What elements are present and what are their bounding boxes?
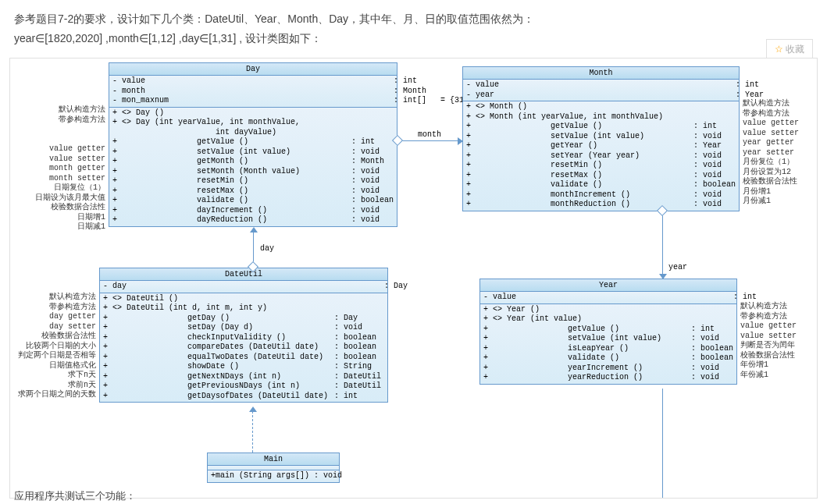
arrow-icon (458, 137, 463, 145)
class-title: Day (109, 63, 397, 76)
ops-section: +<> Month ()+<> Month (int yearValue, in… (463, 101, 739, 211)
connector (662, 389, 663, 498)
description: 参考题目7-2的要求，设计如下几个类：DateUtil、Year、Month、D… (0, 0, 827, 55)
ops-section: +<> DateUtil ()+<> DateUtil (int d, int … (100, 293, 387, 403)
attrs-section: -day: Day (100, 281, 387, 293)
attrs-section: -value: int (480, 292, 736, 304)
year-notes: 默认构造方法带参构造方法value gettervalue setter判断是否… (740, 302, 811, 380)
class-month: Month -value: int-year: Year +<> Month (… (462, 66, 740, 211)
class-title: Main (208, 453, 339, 466)
assoc-label-day: day (260, 244, 274, 253)
class-title: DateUtil (100, 268, 387, 281)
footer-text: 应用程序共测试三个功能： (14, 489, 136, 503)
bookmark-label: 收藏 (786, 44, 804, 55)
desc-line-1: 参考题目7-2的要求，设计如下几个类：DateUtil、Year、Month、D… (14, 9, 813, 29)
connector-dependency (252, 411, 253, 453)
attrs-section: -value: int-year: Year (463, 80, 739, 101)
class-title: Month (463, 67, 739, 80)
star-icon: ☆ (775, 44, 783, 55)
assoc-label-month: month (418, 130, 441, 139)
ops-section: +main (String args[]): void (208, 470, 339, 482)
bookmark-button[interactable]: ☆收藏 (766, 39, 813, 60)
attrs-section: -value: int-month: Month-mon_maxnum: int… (109, 76, 397, 108)
ops-section: +<> Day ()+<> Day (int yearValue, int mo… (109, 108, 397, 226)
connector (662, 211, 663, 279)
connector (397, 140, 462, 141)
ops-section: +<> Year ()+<> Year (int value)+ getValu… (480, 304, 736, 384)
class-dateutil: DateUtil -day: Day +<> DateUtil ()+<> Da… (99, 268, 388, 403)
day-notes: 默认构造方法带参构造方法 value gettervalue settermon… (34, 105, 105, 232)
assoc-label-year: year (668, 263, 687, 272)
class-title: Year (480, 279, 736, 292)
class-year: Year -value: int +<> Year ()+<> Year (in… (479, 279, 737, 385)
uml-diagram: Day -value: int-month: Month-mon_maxnum:… (9, 58, 818, 499)
dateutil-notes: 默认构造方法带参构造方法day getterday setter校验数据合法性比… (15, 293, 96, 400)
arrow-icon (250, 227, 258, 232)
class-main: Main +main (String args[]): void (207, 453, 340, 483)
arrow-icon (249, 406, 257, 412)
desc-line-2: year∈[1820,2020] ,month∈[1,12] ,day∈[1,3… (14, 29, 813, 48)
month-notes: 默认构造方法带参构造方法value gettervalue setteryear… (743, 99, 813, 207)
arrow-icon (659, 274, 667, 279)
class-day: Day -value: int-month: Month-mon_maxnum:… (109, 62, 397, 227)
